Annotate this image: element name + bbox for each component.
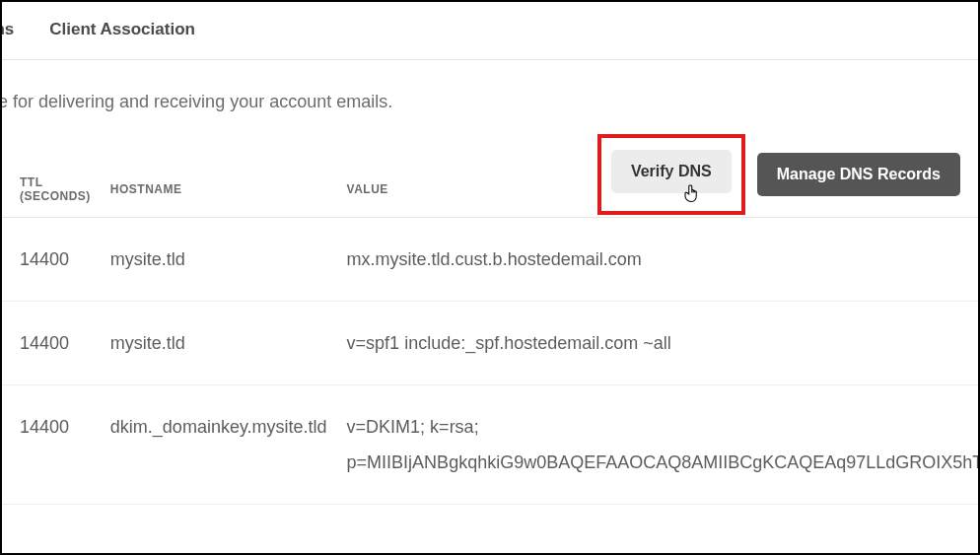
- table-row: 14400 mysite.tld mx.mysite.tld.cust.b.ho…: [2, 218, 980, 302]
- table-row: 14400 dkim._domainkey.mysite.tld v=DKIM1…: [2, 385, 980, 505]
- cell-value: v=spf1 include:_spf.hostedemail.com ~all: [337, 302, 980, 385]
- cell-ttl: 14400: [2, 385, 101, 505]
- header-ttl: TTL (SECONDS): [2, 162, 101, 218]
- cell-hostname: mysite.tld: [101, 218, 337, 302]
- cell-hostname: mysite.tld: [101, 302, 337, 385]
- cell-value: mx.mysite.tld.cust.b.hostedemail.com: [337, 218, 980, 302]
- nav-item-client-association[interactable]: Client Association: [49, 20, 195, 39]
- nav-item-partial[interactable]: ons: [0, 20, 14, 39]
- nav-bar: ons Client Association: [2, 2, 978, 60]
- verify-dns-button[interactable]: Verify DNS: [611, 150, 732, 193]
- cell-ttl: 14400: [2, 302, 101, 385]
- action-row: Verify DNS Manage DNS Records: [597, 134, 960, 215]
- cell-value: v=DKIM1; k=rsa; p=MIIBIjANBgkqhkiG9w0BAQ…: [337, 385, 980, 505]
- dns-description: ble for delivering and receiving your ac…: [0, 60, 978, 112]
- table-row: 14400 mysite.tld v=spf1 include:_spf.hos…: [2, 302, 980, 385]
- cell-hostname: dkim._domainkey.mysite.tld: [101, 385, 337, 505]
- cell-ttl: 14400: [2, 218, 101, 302]
- header-hostname: HOSTNAME: [101, 162, 337, 218]
- verify-dns-highlight: Verify DNS: [597, 134, 745, 215]
- manage-dns-records-button[interactable]: Manage DNS Records: [757, 153, 960, 196]
